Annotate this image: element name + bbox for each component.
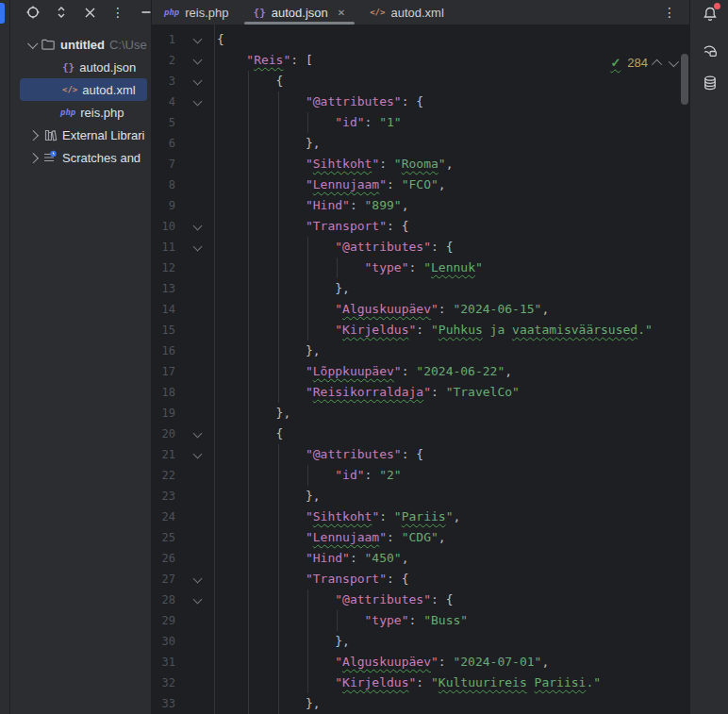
code-text[interactable]: "Hind": "899", (217, 195, 409, 216)
line-number[interactable]: 6 (151, 133, 175, 154)
code-text[interactable]: "@attributes": { (217, 237, 453, 257)
code-text[interactable]: "Alguskuupäev": "2024-07-01", (217, 652, 549, 672)
line-number[interactable]: 22 (151, 465, 175, 486)
code-line[interactable]: 27 "Transport": { (151, 569, 689, 589)
line-number[interactable]: 30 (151, 631, 175, 652)
code-line[interactable]: 21 "@attributes": { (151, 444, 689, 465)
code-line[interactable]: 32 "Kirjeldus": "Kultuurireis Pariisi." (151, 672, 689, 693)
code-text[interactable]: { (217, 29, 224, 50)
code-line[interactable]: 26 "Hind": "450", (151, 548, 689, 569)
tab-reis-php[interactable]: php reis.php (152, 0, 241, 25)
chevron-down-icon[interactable] (27, 39, 38, 49)
code-text[interactable]: "id": "1" (217, 112, 402, 133)
tree-item-scratches[interactable]: Scratches and (20, 146, 147, 169)
line-number[interactable]: 8 (151, 174, 175, 195)
code-text[interactable]: "Alguskuupäev": "2024-06-15", (217, 299, 549, 320)
code-line[interactable]: 5 "id": "1" (151, 112, 689, 133)
code-line[interactable]: 9 "Hind": "899", (151, 195, 689, 216)
code-line[interactable]: 23 }, (151, 486, 689, 506)
code-line[interactable]: 4 "@attributes": { (151, 91, 689, 112)
code-line[interactable]: 14 "Alguskuupäev": "2024-06-15", (151, 299, 689, 320)
code-text[interactable]: }, (217, 278, 350, 299)
code-text[interactable]: { (217, 71, 283, 91)
code-text[interactable]: "@attributes": { (217, 91, 423, 112)
code-text[interactable]: "Sihtkoht": "Rooma", (217, 154, 453, 174)
code-text[interactable]: "@attributes": { (217, 444, 423, 465)
code-text[interactable]: "Reis": [ (217, 50, 313, 71)
tab-options-icon[interactable]: ⋮ (663, 0, 689, 25)
code-line[interactable]: 13 }, (151, 278, 689, 299)
line-number[interactable]: 25 (151, 527, 175, 548)
locate-opened-file-icon[interactable] (24, 3, 42, 22)
line-number[interactable]: 3 (151, 71, 175, 91)
code-line[interactable]: 31 "Alguskuupäev": "2024-07-01", (151, 652, 689, 672)
code-text[interactable]: }, (217, 133, 321, 154)
line-number[interactable]: 18 (151, 382, 175, 403)
line-number[interactable]: 26 (151, 548, 175, 569)
code-text[interactable]: }, (217, 486, 321, 506)
line-number[interactable]: 5 (151, 112, 175, 133)
line-number[interactable]: 2 (151, 50, 175, 71)
fold-chevron-icon[interactable] (194, 223, 202, 230)
code-line[interactable]: 16 }, (151, 340, 689, 361)
code-line[interactable]: 2 "Reis": [ (151, 50, 689, 71)
code-text[interactable]: "id": "2" (217, 465, 402, 486)
tab-autod-xml[interactable]: </> autod.xml (357, 0, 456, 25)
code-line[interactable]: 30 }, (151, 631, 689, 652)
code-line[interactable]: 10 "Transport": { (151, 216, 689, 237)
screen-search-icon[interactable] (701, 41, 720, 59)
tree-item-untitled[interactable]: untitled C:\Use (20, 33, 147, 56)
code-line[interactable]: 7 "Sihtkoht": "Rooma", (151, 154, 689, 174)
code-text[interactable]: }, (217, 403, 290, 423)
code-text[interactable]: "@attributes": { (217, 589, 453, 610)
database-icon[interactable] (701, 74, 720, 92)
line-number[interactable]: 14 (151, 299, 175, 320)
line-number[interactable]: 31 (151, 652, 175, 672)
line-number[interactable]: 1 (151, 29, 175, 50)
code-line[interactable]: 1{ (151, 29, 689, 50)
line-number[interactable]: 28 (151, 589, 175, 610)
code-line[interactable]: 15 "Kirjeldus": "Puhkus ja vaatamisväärs… (151, 320, 689, 340)
code-line[interactable]: 29 "type": "Buss" (151, 610, 689, 631)
tab-autod-json-active[interactable]: {} autod.json ✕ (241, 0, 358, 25)
chevron-right-icon[interactable] (28, 153, 39, 163)
line-number[interactable]: 4 (151, 91, 175, 112)
fold-chevron-icon[interactable] (194, 243, 202, 251)
code-line[interactable]: 33 }, (151, 693, 689, 714)
code-text[interactable]: }, (217, 631, 350, 652)
fold-chevron-icon[interactable] (194, 36, 202, 43)
fold-chevron-icon[interactable] (194, 596, 202, 604)
code-line[interactable]: 24 "Sihtkoht": "Pariis", (151, 506, 689, 527)
code-text[interactable]: }, (217, 340, 321, 361)
fold-chevron-icon[interactable] (194, 575, 202, 583)
editor-scrollbar[interactable] (681, 54, 688, 105)
line-number[interactable]: 23 (151, 486, 175, 506)
line-number[interactable]: 27 (151, 569, 175, 589)
line-number[interactable]: 19 (151, 403, 175, 423)
code-text[interactable]: "Lennujaam": "CDG", (217, 527, 446, 548)
code-editor[interactable]: 1{2 "Reis": [3 {4 "@attributes": {5 "id"… (151, 25, 689, 714)
code-line[interactable]: 8 "Lennujaam": "FCO", (151, 174, 689, 195)
code-line[interactable]: 17 "Lõppkuupäev": "2024-06-22", (151, 361, 689, 382)
code-line[interactable]: 18 "Reisikorraldaja": "TravelCo" (151, 382, 689, 403)
code-line[interactable]: 25 "Lennujaam": "CDG", (151, 527, 689, 548)
code-text[interactable]: "Kirjeldus": "Kultuurireis Pariisi." (217, 672, 601, 693)
code-line[interactable]: 22 "id": "2" (151, 465, 689, 486)
line-number[interactable]: 17 (151, 361, 175, 382)
line-number[interactable]: 33 (151, 693, 175, 714)
tree-item-external-libraries[interactable]: External Librari (20, 124, 147, 146)
code-line[interactable]: 20 { (151, 423, 689, 444)
notifications-bell-icon[interactable] (701, 5, 720, 24)
code-text[interactable]: "Lennujaam": "FCO", (217, 174, 446, 195)
code-line[interactable]: 3 { (151, 71, 689, 91)
code-line[interactable]: 12 "type": "Lennuk" (151, 257, 689, 278)
code-line[interactable]: 6 }, (151, 133, 689, 154)
hide-panel-icon[interactable] (137, 3, 151, 22)
code-text[interactable]: "type": "Buss" (217, 610, 468, 631)
line-number[interactable]: 13 (151, 278, 175, 299)
expand-all-icon[interactable] (52, 3, 71, 22)
tree-item-autod-json[interactable]: {} autod.json (20, 56, 147, 78)
collapse-all-icon[interactable] (80, 3, 99, 22)
line-number[interactable]: 32 (151, 672, 175, 693)
code-text[interactable]: "Kirjeldus": "Puhkus ja vaatamisväärsuse… (217, 320, 653, 340)
